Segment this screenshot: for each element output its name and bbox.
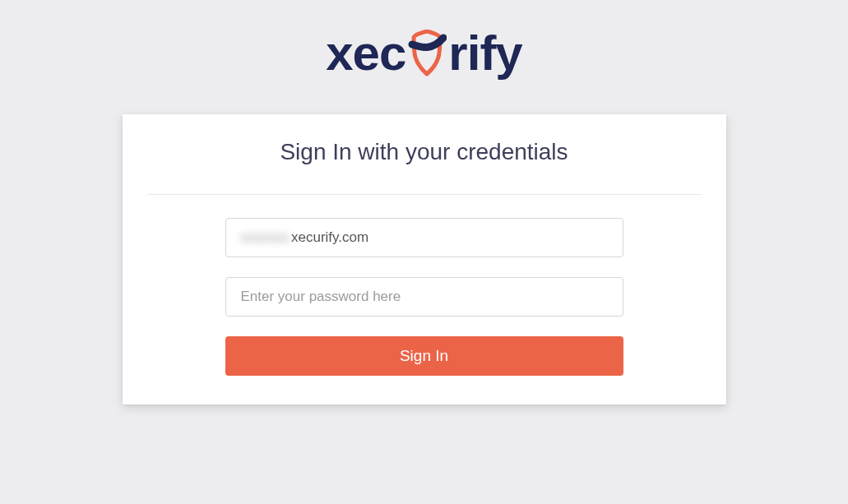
brand-logo: xec rify bbox=[326, 25, 521, 81]
brand-text-right: rify bbox=[448, 25, 521, 81]
signin-card: Sign In with your credentials xxxxxxx xe… bbox=[123, 114, 726, 405]
brand-text-left: xec bbox=[326, 25, 405, 81]
email-redacted-prefix: xxxxxxx bbox=[241, 229, 290, 246]
email-domain: xecurify.com bbox=[291, 229, 368, 246]
signin-form: xxxxxxx xecurify.com Sign In bbox=[123, 218, 726, 376]
divider bbox=[147, 194, 702, 195]
password-field[interactable] bbox=[225, 277, 623, 317]
card-title: Sign In with your credentials bbox=[123, 139, 726, 165]
email-field[interactable]: xxxxxxx xecurify.com bbox=[225, 218, 623, 257]
signin-button[interactable]: Sign In bbox=[225, 336, 623, 376]
shield-icon bbox=[407, 30, 447, 77]
